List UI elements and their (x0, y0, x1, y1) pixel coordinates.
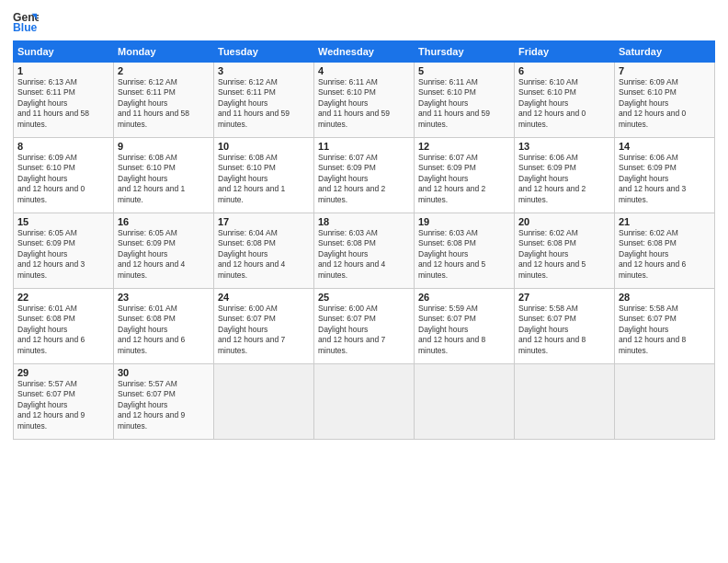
day-header-friday: Friday (515, 41, 615, 63)
logo-icon: General Blue (13, 9, 39, 35)
day-info: Sunrise: 6:13 AM Sunset: 6:11 PM Dayligh… (17, 77, 109, 130)
day-number: 7 (619, 65, 711, 76)
calendar-cell: 17 Sunrise: 6:04 AM Sunset: 6:08 PM Dayl… (214, 213, 314, 289)
day-number: 1 (17, 65, 109, 76)
day-info: Sunrise: 6:05 AM Sunset: 6:09 PM Dayligh… (17, 228, 109, 281)
calendar-cell: 11 Sunrise: 6:07 AM Sunset: 6:09 PM Dayl… (314, 138, 415, 213)
calendar-cell: 12 Sunrise: 6:07 AM Sunset: 6:09 PM Dayl… (415, 138, 515, 213)
day-number: 12 (418, 141, 510, 152)
calendar-cell: 27 Sunrise: 5:58 AM Sunset: 6:07 PM Dayl… (515, 289, 615, 364)
calendar-cell: 20 Sunrise: 6:02 AM Sunset: 6:08 PM Dayl… (515, 213, 615, 289)
day-info: Sunrise: 6:09 AM Sunset: 6:10 PM Dayligh… (17, 153, 109, 205)
day-header-thursday: Thursday (415, 41, 515, 63)
header: General Blue (13, 9, 715, 35)
day-number: 26 (418, 292, 510, 303)
calendar-cell: 30 Sunrise: 5:57 AM Sunset: 6:07 PM Dayl… (114, 364, 214, 440)
day-info: Sunrise: 6:03 AM Sunset: 6:08 PM Dayligh… (418, 228, 510, 281)
day-info: Sunrise: 6:02 AM Sunset: 6:08 PM Dayligh… (518, 228, 610, 281)
day-info: Sunrise: 6:11 AM Sunset: 6:10 PM Dayligh… (418, 77, 510, 130)
calendar-cell (515, 364, 615, 440)
day-number: 11 (318, 141, 410, 152)
calendar-cell: 21 Sunrise: 6:02 AM Sunset: 6:08 PM Dayl… (615, 213, 715, 289)
day-number: 14 (619, 141, 711, 152)
day-number: 30 (118, 367, 210, 378)
day-info: Sunrise: 5:58 AM Sunset: 6:07 PM Dayligh… (619, 304, 711, 356)
calendar-cell: 23 Sunrise: 6:01 AM Sunset: 6:08 PM Dayl… (114, 289, 214, 364)
day-info: Sunrise: 6:01 AM Sunset: 6:08 PM Dayligh… (118, 304, 210, 356)
logo: General Blue (13, 9, 39, 35)
day-info: Sunrise: 6:07 AM Sunset: 6:09 PM Dayligh… (318, 153, 410, 205)
calendar-cell: 15 Sunrise: 6:05 AM Sunset: 6:09 PM Dayl… (14, 213, 114, 289)
day-info: Sunrise: 6:05 AM Sunset: 6:09 PM Dayligh… (118, 228, 210, 281)
calendar-cell: 16 Sunrise: 6:05 AM Sunset: 6:09 PM Dayl… (114, 213, 214, 289)
calendar-cell: 28 Sunrise: 5:58 AM Sunset: 6:07 PM Dayl… (615, 289, 715, 364)
day-header-saturday: Saturday (615, 41, 715, 63)
day-info: Sunrise: 6:08 AM Sunset: 6:10 PM Dayligh… (118, 153, 210, 205)
day-info: Sunrise: 6:07 AM Sunset: 6:09 PM Dayligh… (418, 153, 510, 205)
day-info: Sunrise: 5:57 AM Sunset: 6:07 PM Dayligh… (17, 379, 109, 431)
calendar-cell: 13 Sunrise: 6:06 AM Sunset: 6:09 PM Dayl… (515, 138, 615, 213)
day-number: 22 (17, 292, 109, 303)
calendar-cell: 4 Sunrise: 6:11 AM Sunset: 6:10 PM Dayli… (314, 63, 415, 138)
calendar-cell: 7 Sunrise: 6:09 AM Sunset: 6:10 PM Dayli… (615, 63, 715, 138)
calendar-cell: 19 Sunrise: 6:03 AM Sunset: 6:08 PM Dayl… (415, 213, 515, 289)
calendar-cell: 25 Sunrise: 6:00 AM Sunset: 6:07 PM Dayl… (314, 289, 415, 364)
day-number: 16 (118, 216, 210, 227)
day-number: 9 (118, 141, 210, 152)
calendar-cell: 29 Sunrise: 5:57 AM Sunset: 6:07 PM Dayl… (14, 364, 114, 440)
day-number: 29 (17, 367, 109, 378)
day-number: 19 (418, 216, 510, 227)
day-info: Sunrise: 6:03 AM Sunset: 6:08 PM Dayligh… (318, 228, 410, 281)
calendar-cell (615, 364, 715, 440)
calendar-week-4: 22 Sunrise: 6:01 AM Sunset: 6:08 PM Dayl… (14, 289, 715, 364)
calendar-cell: 5 Sunrise: 6:11 AM Sunset: 6:10 PM Dayli… (415, 63, 515, 138)
calendar-cell (415, 364, 515, 440)
day-info: Sunrise: 5:57 AM Sunset: 6:07 PM Dayligh… (118, 379, 210, 431)
day-info: Sunrise: 6:08 AM Sunset: 6:10 PM Dayligh… (218, 153, 310, 205)
calendar-week-3: 15 Sunrise: 6:05 AM Sunset: 6:09 PM Dayl… (14, 213, 715, 289)
day-info: Sunrise: 5:59 AM Sunset: 6:07 PM Dayligh… (418, 304, 510, 356)
day-number: 4 (318, 65, 410, 76)
calendar-cell: 9 Sunrise: 6:08 AM Sunset: 6:10 PM Dayli… (114, 138, 214, 213)
calendar-cell: 10 Sunrise: 6:08 AM Sunset: 6:10 PM Dayl… (214, 138, 314, 213)
day-header-wednesday: Wednesday (314, 41, 415, 63)
day-info: Sunrise: 6:00 AM Sunset: 6:07 PM Dayligh… (318, 304, 410, 356)
calendar-cell: 1 Sunrise: 6:13 AM Sunset: 6:11 PM Dayli… (14, 63, 114, 138)
day-number: 10 (218, 141, 310, 152)
day-info: Sunrise: 6:10 AM Sunset: 6:10 PM Dayligh… (518, 77, 610, 130)
day-number: 3 (218, 65, 310, 76)
calendar-cell: 26 Sunrise: 5:59 AM Sunset: 6:07 PM Dayl… (415, 289, 515, 364)
calendar-cell: 6 Sunrise: 6:10 AM Sunset: 6:10 PM Dayli… (515, 63, 615, 138)
day-info: Sunrise: 6:01 AM Sunset: 6:08 PM Dayligh… (17, 304, 109, 356)
day-info: Sunrise: 6:11 AM Sunset: 6:10 PM Dayligh… (318, 77, 410, 130)
calendar-week-2: 8 Sunrise: 6:09 AM Sunset: 6:10 PM Dayli… (14, 138, 715, 213)
day-info: Sunrise: 6:02 AM Sunset: 6:08 PM Dayligh… (619, 228, 711, 281)
calendar-cell: 14 Sunrise: 6:06 AM Sunset: 6:09 PM Dayl… (615, 138, 715, 213)
calendar-cell: 8 Sunrise: 6:09 AM Sunset: 6:10 PM Dayli… (14, 138, 114, 213)
day-info: Sunrise: 6:09 AM Sunset: 6:10 PM Dayligh… (619, 77, 711, 130)
day-number: 6 (518, 65, 610, 76)
calendar-cell (214, 364, 314, 440)
day-info: Sunrise: 6:12 AM Sunset: 6:11 PM Dayligh… (118, 77, 210, 130)
calendar-cell: 3 Sunrise: 6:12 AM Sunset: 6:11 PM Dayli… (214, 63, 314, 138)
calendar-cell: 18 Sunrise: 6:03 AM Sunset: 6:08 PM Dayl… (314, 213, 415, 289)
day-number: 27 (518, 292, 610, 303)
day-number: 23 (118, 292, 210, 303)
day-number: 18 (318, 216, 410, 227)
day-number: 17 (218, 216, 310, 227)
day-info: Sunrise: 6:12 AM Sunset: 6:11 PM Dayligh… (218, 77, 310, 130)
calendar-table: SundayMondayTuesdayWednesdayThursdayFrid… (13, 40, 715, 440)
day-header-sunday: Sunday (14, 41, 114, 63)
calendar-week-1: 1 Sunrise: 6:13 AM Sunset: 6:11 PM Dayli… (14, 63, 715, 138)
day-number: 21 (619, 216, 711, 227)
day-header-monday: Monday (114, 41, 214, 63)
day-info: Sunrise: 6:00 AM Sunset: 6:07 PM Dayligh… (218, 304, 310, 356)
calendar-cell (314, 364, 415, 440)
day-number: 20 (518, 216, 610, 227)
calendar-header-row: SundayMondayTuesdayWednesdayThursdayFrid… (14, 41, 715, 63)
day-info: Sunrise: 6:06 AM Sunset: 6:09 PM Dayligh… (619, 153, 711, 205)
page: General Blue SundayMondayTuesdayWednesda… (0, 0, 728, 563)
day-number: 25 (318, 292, 410, 303)
day-info: Sunrise: 6:06 AM Sunset: 6:09 PM Dayligh… (518, 153, 610, 205)
calendar-cell: 24 Sunrise: 6:00 AM Sunset: 6:07 PM Dayl… (214, 289, 314, 364)
